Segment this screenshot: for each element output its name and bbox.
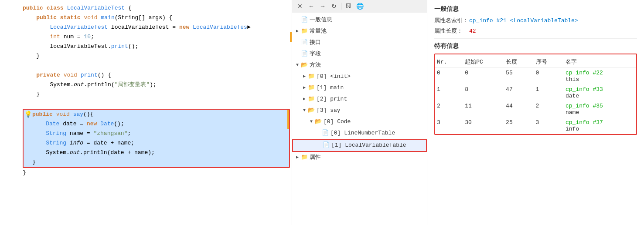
folder-icon: 📄: [301, 38, 308, 47]
local-variable-table: Nr. 起始PC 长度 序号 名字 0 0 55 0 cp_info #22 t…: [435, 56, 636, 134]
tree-arrow: ▶: [301, 83, 308, 93]
tree-item-label: [0] Code: [324, 117, 351, 127]
code-line: private void print() {: [0, 71, 292, 80]
folder-icon: 📁: [301, 153, 308, 162]
code-line: public class LocalVariableTest {: [0, 3, 292, 13]
line-text: localVariableTest.print();: [23, 42, 288, 51]
code-line: localVariableTest.print();: [0, 42, 292, 51]
table-row: 0 0 55 0 cp_info #22 this: [435, 68, 636, 85]
code-line: String name = "zhangsan";: [24, 129, 289, 138]
tree-arrow: ▶: [301, 94, 308, 104]
line-text: public static void main(String[] args) {: [23, 13, 288, 23]
line-text: [23, 61, 288, 71]
tree-item-label: [2] print: [317, 94, 347, 104]
tree-item-say[interactable]: ▼ 📂 [3] say: [292, 105, 427, 116]
close-button[interactable]: ✕: [296, 2, 304, 10]
code-line: }: [0, 51, 292, 61]
section1-title: 一般信息: [434, 5, 637, 13]
tree-item-interface[interactable]: 📄 接口: [292, 37, 427, 48]
cell-length: 44: [504, 101, 534, 118]
tree-toolbar: ✕ ← → ↻ 🖫 🌐: [292, 0, 427, 13]
lightbulb-icon: 💡: [24, 110, 32, 119]
line-text: int num = 10;: [23, 32, 288, 42]
col-length: 长度: [504, 56, 534, 68]
cell-length: 55: [504, 68, 534, 85]
tree-arrow: ▼: [294, 60, 301, 70]
folder-icon: 📁: [308, 94, 315, 104]
back-button[interactable]: ←: [307, 2, 316, 10]
col-nr: Nr.: [435, 56, 463, 68]
code-line: LocalVariableTest localVariableTest = ne…: [0, 23, 292, 32]
line-text: String info = date + name;: [32, 138, 286, 148]
code-line: System.out.println(date + name);: [24, 148, 289, 158]
folder-icon: 📁: [308, 83, 315, 93]
folder-icon: 📁: [308, 72, 315, 81]
tree-item-label: [1] main: [317, 83, 344, 93]
tree-item-fields[interactable]: 📄 字段: [292, 48, 427, 60]
tree-item-code[interactable]: ▼ 📂 [0] Code: [292, 116, 427, 128]
tree-item-localvariable[interactable]: 📄 [1] LocalVariableTable: [292, 139, 427, 152]
globe-button[interactable]: 🌐: [355, 2, 364, 10]
toolbar-separator: [341, 3, 341, 10]
marker-bar: [287, 110, 289, 119]
cp-link[interactable]: cp_info #22: [566, 70, 603, 76]
highlighted-block: 💡 public void say(){ Date date = new Dat…: [23, 109, 290, 168]
tree-item-attrs[interactable]: ▶ 📁 属性: [292, 152, 427, 163]
cell-seq: 0: [534, 68, 564, 85]
tree-arrow: ▼: [301, 106, 308, 115]
table-row: 2 11 44 2 cp_info #35 name: [435, 101, 636, 118]
tree-item-print[interactable]: ▶ 📁 [2] print: [292, 94, 427, 105]
cell-name: cp_info #37 info: [564, 118, 636, 134]
tree-item-linenumber[interactable]: 📄 [0] LineNumberTable: [292, 128, 427, 139]
line-text: public void say(){: [32, 110, 286, 119]
cp-link[interactable]: cp_info #37: [566, 119, 603, 126]
code-line: Date date = new Date();: [24, 119, 289, 129]
tree-item-init[interactable]: ▶ 📁 [0] <init>: [292, 71, 427, 82]
line-text: public class LocalVariableTest {: [23, 3, 288, 13]
refresh-button[interactable]: ↻: [330, 2, 338, 10]
table-header-row: Nr. 起始PC 长度 序号 名字: [435, 56, 636, 68]
tree-arrow: ▶: [294, 27, 301, 36]
cell-name: cp_info #33 date: [564, 84, 636, 101]
var-name: info: [566, 126, 579, 132]
tree-body[interactable]: 📄 一般信息 ▶ 📁 常量池 📄 接口 📄 字段 ▼ 📂: [292, 13, 427, 225]
line-text: }: [23, 90, 288, 99]
code-line: public static void main(String[] args) {: [0, 13, 292, 23]
cell-nr: 3: [435, 118, 463, 134]
cp-link[interactable]: cp_info #35: [566, 103, 603, 109]
cp-link[interactable]: cp_info #33: [566, 86, 603, 93]
details-panel: 一般信息 属性名索引： cp_info #21 <LocalVariableTa…: [427, 0, 644, 225]
tree-item-label: 常量池: [310, 27, 327, 36]
attr-length-row: 属性长度： 42: [434, 27, 637, 35]
tree-item-main[interactable]: ▶ 📁 [1] main: [292, 82, 427, 94]
tree-item-constpool[interactable]: ▶ 📁 常量池: [292, 26, 427, 37]
tree-item-label: [3] say: [317, 106, 341, 115]
var-name: this: [566, 76, 579, 83]
attr-length-label: 属性长度：: [434, 27, 469, 35]
tree-item-label: 接口: [310, 38, 321, 47]
save-button[interactable]: 🖫: [344, 2, 353, 10]
line-text: }: [23, 51, 288, 61]
marker-bar: [290, 32, 292, 42]
section2-title: 特有信息: [434, 42, 637, 50]
cell-seq: 2: [534, 101, 564, 118]
forward-button[interactable]: →: [318, 2, 327, 10]
folder-open-icon: 📂: [301, 60, 308, 70]
line-text: Date date = new Date();: [32, 119, 286, 129]
tree-item-methods[interactable]: ▼ 📂 方法: [292, 60, 427, 71]
cell-nr: 0: [435, 68, 463, 85]
cell-name: cp_info #22 this: [564, 68, 636, 85]
code-line: 💡 public void say(){: [24, 110, 289, 119]
cell-length: 47: [504, 84, 534, 101]
tree-arrow: ▶: [294, 153, 301, 162]
tree-item-general[interactable]: 📄 一般信息: [292, 14, 427, 26]
cell-startpc: 8: [463, 84, 504, 101]
folder-icon: 📄: [301, 15, 308, 25]
tree-item-label: 字段: [310, 49, 321, 59]
col-name: 名字: [564, 56, 636, 68]
code-content: public class LocalVariableTest { public …: [0, 0, 292, 181]
line-text: }: [32, 158, 286, 167]
cell-seq: 3: [534, 118, 564, 134]
line-text: System.out.println("局部变量表");: [23, 80, 288, 90]
cell-seq: 1: [534, 84, 564, 101]
